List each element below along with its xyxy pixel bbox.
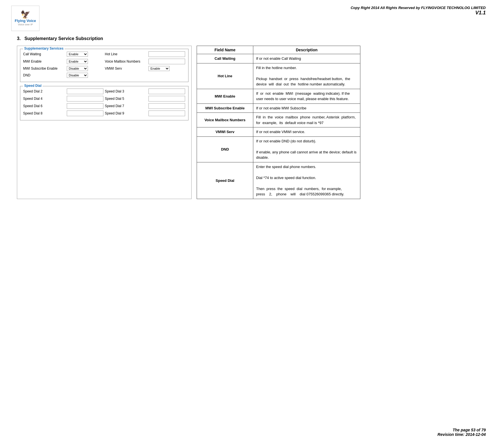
- speed-dial-8-input[interactable]: [67, 111, 103, 116]
- speed-dial-2-label: Speed Dial 2: [23, 89, 67, 93]
- supplementary-services-group: Supplementary Services Call Waiting Enab…: [20, 49, 188, 82]
- section-title: 3. Supplementary Service Subscription: [17, 36, 486, 41]
- mwi-enable-pair-left: MWI Enable Enable Disable: [23, 59, 105, 64]
- dnd-pair-left: DND Enable Disable: [23, 73, 105, 78]
- desc-table-wrapper: Field Name Description Call Waiting If o…: [197, 46, 360, 199]
- call-waiting-select[interactable]: Enable Disable: [67, 52, 88, 57]
- supplementary-group-label: Supplementary Services: [23, 47, 65, 50]
- field-name-vmwi-serv: VMWI Serv: [197, 127, 253, 137]
- logo-box: 🦅 Flying Voice Voice over IP: [11, 6, 39, 31]
- mwi-subscribe-pair-left: MWI Subscribe Enable Enable Disable: [23, 66, 105, 71]
- desc-hot-line: Fill in the hotline number. Pickup hands…: [253, 63, 360, 89]
- speed-dial-7-input[interactable]: [148, 103, 185, 109]
- form-panel: Supplementary Services Call Waiting Enab…: [17, 46, 192, 199]
- call-waiting-control: Enable Disable: [67, 52, 88, 57]
- speed-dial-row-4: Speed Dial 8 Speed Dial 9: [23, 111, 185, 116]
- table-row: VMWI Serv If or not enable VMWI service.: [197, 127, 360, 137]
- vmwi-serv-select[interactable]: Enable Disable: [148, 66, 170, 71]
- logo-area: 🦅 Flying Voice Voice over IP: [11, 6, 45, 31]
- speed-dial-6-pair: Speed Dial 6: [23, 103, 105, 109]
- field-name-voice-mailbox: Voice Mailbox Numbers: [197, 113, 253, 127]
- speed-dial-7-label: Speed Dial 7: [105, 104, 148, 108]
- speed-dial-3-pair: Speed Dial 3: [105, 89, 185, 94]
- form-row-mwi-enable: MWI Enable Enable Disable Voice Mailbox …: [23, 59, 185, 64]
- hot-line-label: Hot Line: [105, 52, 148, 56]
- desc-mwi-enable: If or not enable MWI (message waiting in…: [253, 89, 360, 103]
- hot-line-pair-right: Hot Line: [105, 51, 185, 57]
- section-name: Supplementary Service Subscription: [25, 36, 103, 41]
- field-name-call-waiting: Call Waiting: [197, 54, 253, 63]
- mwi-enable-control: Enable Disable: [67, 59, 88, 64]
- dnd-label: DND: [23, 73, 67, 77]
- speed-dial-row-3: Speed Dial 6 Speed Dial 7: [23, 103, 185, 109]
- call-waiting-label: Call Waiting: [23, 52, 67, 56]
- description-table: Field Name Description Call Waiting If o…: [197, 46, 360, 199]
- speed-dial-8-label: Speed Dial 8: [23, 111, 67, 115]
- desc-call-waiting: If or not enable Call Waiting: [253, 54, 360, 63]
- dnd-select[interactable]: Enable Disable: [67, 73, 88, 78]
- speed-dial-4-pair: Speed Dial 4: [23, 96, 105, 101]
- dnd-control: Enable Disable: [67, 73, 88, 78]
- voice-mailbox-pair-right: Voice Mailbox Numbers: [105, 59, 185, 64]
- mwi-subscribe-label: MWI Subscribe Enable: [23, 67, 67, 70]
- speed-dial-9-pair: Speed Dial 9: [105, 111, 185, 116]
- call-waiting-pair-left: Call Waiting Enable Disable: [23, 52, 105, 57]
- speed-dial-group: Speed Dial Speed Dial 2 Speed Dial 3 Spe…: [20, 86, 188, 120]
- header-right: Copy Right 2014 All Rights Reserved by F…: [350, 6, 486, 16]
- speed-dial-2-input[interactable]: [67, 89, 103, 94]
- version-text: V1.1: [350, 10, 486, 16]
- revision-info: Revision time: 2014-12-04: [438, 432, 486, 437]
- speed-dial-5-pair: Speed Dial 5: [105, 96, 185, 101]
- desc-voice-mailbox: Fill in the voice mailbox phone number, …: [253, 113, 360, 127]
- vmwi-serv-label: VMWI Serv: [105, 67, 148, 70]
- voice-mailbox-input[interactable]: [148, 59, 185, 64]
- speed-dial-5-input[interactable]: [148, 96, 185, 101]
- table-row: MWI Subscribe Enable If or not enable MW…: [197, 103, 360, 113]
- speed-dial-row-1: Speed Dial 2 Speed Dial 3: [23, 89, 185, 94]
- table-row: Speed Dial Enter the speed dial phone nu…: [197, 162, 360, 199]
- speed-dial-7-pair: Speed Dial 7: [105, 103, 185, 109]
- section-number: 3.: [17, 36, 21, 41]
- form-row-mwi-subscribe: MWI Subscribe Enable Enable Disable VMWI…: [23, 66, 185, 71]
- speed-dial-2-pair: Speed Dial 2: [23, 89, 105, 94]
- field-name-hot-line: Hot Line: [197, 63, 253, 89]
- col-desc-header: Description: [253, 46, 360, 54]
- table-row: Hot Line Fill in the hotline number. Pic…: [197, 63, 360, 89]
- speed-dial-5-label: Speed Dial 5: [105, 97, 148, 101]
- speed-dial-4-label: Speed Dial 4: [23, 97, 67, 101]
- form-row-call-waiting: Call Waiting Enable Disable Hot Line: [23, 51, 185, 57]
- desc-mwi-subscribe: If or not enable MWI Subscribe: [253, 103, 360, 113]
- mwi-subscribe-select[interactable]: Enable Disable: [67, 66, 88, 71]
- content-area: Supplementary Services Call Waiting Enab…: [17, 46, 486, 199]
- speed-dial-group-label: Speed Dial: [23, 84, 43, 88]
- speed-dial-6-label: Speed Dial 6: [23, 104, 67, 108]
- speed-dial-9-input[interactable]: [148, 111, 185, 116]
- speed-dial-9-label: Speed Dial 9: [105, 111, 148, 115]
- voice-mailbox-label: Voice Mailbox Numbers: [105, 59, 148, 63]
- copyright-text: Copy Right 2014 All Rights Reserved by F…: [350, 6, 486, 10]
- desc-speed-dial: Enter the speed dial phone numbers. Dial…: [253, 162, 360, 199]
- speed-dial-8-pair: Speed Dial 8: [23, 111, 105, 116]
- form-row-dnd: DND Enable Disable: [23, 73, 185, 78]
- vmwi-serv-pair-right: VMWI Serv Enable Disable: [105, 66, 175, 71]
- speed-dial-3-label: Speed Dial 3: [105, 89, 148, 93]
- mwi-enable-select[interactable]: Enable Disable: [67, 59, 88, 64]
- hot-line-input[interactable]: [148, 51, 185, 57]
- field-name-mwi-enable: MWI Enable: [197, 89, 253, 103]
- table-row: DND If or not enable DND (do not disturb…: [197, 136, 360, 162]
- speed-dial-3-input[interactable]: [148, 89, 185, 94]
- field-name-dnd: DND: [197, 136, 253, 162]
- field-name-mwi-subscribe: MWI Subscribe Enable: [197, 103, 253, 113]
- logo-brand: Flying Voice: [15, 19, 36, 23]
- desc-vmwi-serv: If or not enable VMWI service.: [253, 127, 360, 137]
- mwi-enable-label: MWI Enable: [23, 59, 67, 63]
- logo-sub: Voice over IP: [18, 23, 33, 26]
- page-footer: The page 53 of 79 Revision time: 2014-12…: [438, 428, 486, 437]
- field-name-speed-dial: Speed Dial: [197, 162, 253, 199]
- table-row: Voice Mailbox Numbers Fill in the voice …: [197, 113, 360, 127]
- page-header: 🦅 Flying Voice Voice over IP Copy Right …: [11, 6, 486, 31]
- speed-dial-6-input[interactable]: [67, 103, 103, 109]
- flying-voice-icon: 🦅: [21, 11, 30, 19]
- table-row: Call Waiting If or not enable Call Waiti…: [197, 54, 360, 63]
- speed-dial-4-input[interactable]: [67, 96, 103, 101]
